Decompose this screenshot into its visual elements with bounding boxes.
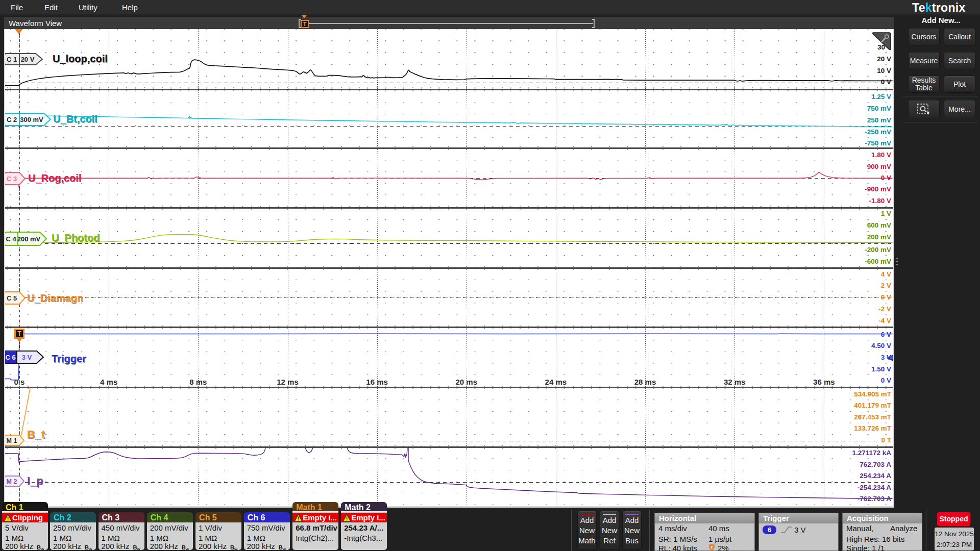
svg-text:C 1: C 1 [7,55,17,63]
svg-text:300 mV: 300 mV [20,115,43,123]
svg-text:C 2: C 2 [7,115,17,123]
svg-text:200 mV: 200 mV [17,235,41,242]
svg-text:C 4: C 4 [6,235,16,242]
svg-text:C 3: C 3 [7,175,17,183]
svg-text:C 5: C 5 [7,294,17,302]
svg-text:3 V: 3 V [22,354,32,361]
svg-text:T: T [710,545,714,550]
svg-text:M 2: M 2 [7,478,17,485]
svg-text:20 V: 20 V [21,55,35,63]
svg-text:M 1: M 1 [7,437,17,444]
svg-text:C 6: C 6 [5,354,15,361]
